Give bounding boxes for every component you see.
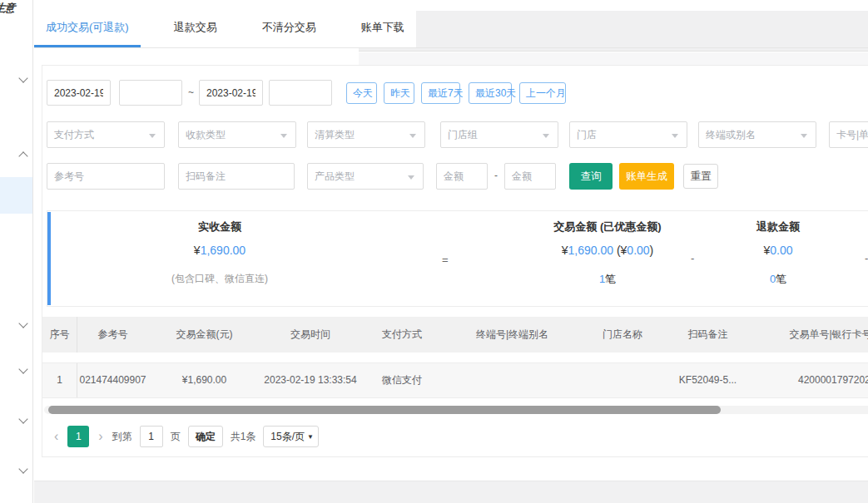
- chevron-down-icon: [149, 134, 156, 138]
- pay-method-placeholder: 支付方式: [54, 129, 94, 141]
- chevron-down-icon: [543, 134, 549, 138]
- amount-min-input[interactable]: [436, 163, 488, 190]
- terminal-select[interactable]: 终端或别名: [698, 121, 816, 148]
- refund-count-unit: 笔: [776, 273, 786, 285]
- collect-type-placeholder: 收款类型: [186, 129, 226, 141]
- horizontal-scrollbar-thumb[interactable]: [48, 406, 721, 414]
- current-page-button[interactable]: 1: [67, 426, 89, 447]
- store-select[interactable]: 门店: [569, 121, 687, 148]
- store-group-select[interactable]: 门店组: [440, 121, 558, 148]
- cell-ref-no: 021474409907: [77, 363, 148, 397]
- quick-last30-button[interactable]: 最近30天: [469, 82, 512, 104]
- search-button[interactable]: 查询: [569, 163, 613, 190]
- chevron-down-icon[interactable]: [19, 320, 28, 329]
- received-value: ¥1,690.00: [95, 244, 345, 265]
- card-no-input[interactable]: [829, 121, 868, 148]
- trade-label: 交易金额 (已优惠金额): [483, 219, 732, 238]
- header-amount: 交易金额(元): [148, 317, 260, 353]
- generate-bill-button[interactable]: 账单生成: [619, 163, 674, 190]
- pay-method-select[interactable]: 支付方式: [47, 121, 165, 148]
- summary-trade: 交易金额 (已优惠金额) ¥1,690.00 (¥0.00) 1笔: [483, 211, 732, 287]
- end-time-input[interactable]: [269, 80, 332, 106]
- quick-last7-button[interactable]: 最近7天: [421, 82, 460, 104]
- header-trade-no: 交易单号|银行卡号: [751, 317, 868, 353]
- total-count-label: 共1条: [231, 430, 256, 444]
- confirm-page-button[interactable]: 确定: [188, 426, 223, 447]
- table-row[interactable]: 1 021474409907 ¥1,690.00 2023-02-19 13:3…: [42, 362, 868, 398]
- discount-open: (¥: [617, 244, 627, 257]
- summary-refund: 退款金额 ¥0.00 0笔: [703, 211, 853, 287]
- discount-amount: 0.00: [627, 244, 649, 257]
- discount-close: ): [650, 244, 654, 257]
- pagination: ‹ 1 › 到第 页 确定 共1条 15条/页▼: [52, 426, 319, 447]
- currency-symbol: ¥: [194, 244, 201, 257]
- quick-today-button[interactable]: 今天: [346, 82, 377, 104]
- refund-count: 0笔: [703, 272, 853, 287]
- summary-received: 实收金额 ¥1,690.00 (包含口碑、微信直连): [95, 211, 345, 286]
- trade-amount: 1,690.00: [568, 244, 614, 257]
- page-size-select[interactable]: 15条/页▼: [263, 426, 319, 447]
- amount-max-input[interactable]: [504, 163, 556, 190]
- header-index: 序号: [42, 317, 77, 353]
- received-note: (包含口碑、微信直连): [95, 272, 345, 286]
- product-type-select[interactable]: 产品类型: [307, 163, 424, 190]
- store-group-placeholder: 门店组: [448, 129, 478, 141]
- chevron-down-icon[interactable]: [19, 466, 28, 475]
- chevron-down-icon: [409, 134, 416, 138]
- scan-remark-input[interactable]: [178, 163, 295, 190]
- sidebar-active-item[interactable]: [0, 177, 33, 214]
- header-ref-no: 参考号: [77, 317, 148, 353]
- query-card: ~ 今天 昨天 最近7天 最近30天 上一个月 支付方式 收款类型 清算类型 门…: [42, 65, 868, 457]
- goto-label: 到第: [112, 430, 132, 444]
- refund-label: 退款金额: [703, 219, 853, 238]
- start-date-input[interactable]: [47, 80, 111, 106]
- ref-no-input[interactable]: [47, 163, 165, 190]
- quick-yesterday-button[interactable]: 昨天: [384, 82, 414, 104]
- goto-page-unit: 页: [171, 430, 181, 444]
- prev-page-icon[interactable]: ‹: [52, 426, 60, 447]
- reset-button[interactable]: 重置: [683, 164, 718, 189]
- amount-range-separator: -: [494, 170, 498, 181]
- next-page-icon[interactable]: ›: [97, 426, 104, 447]
- trade-count: 1笔: [483, 272, 732, 287]
- tab-success-refundable[interactable]: 成功交易(可退款): [34, 10, 141, 47]
- chevron-down-icon: [801, 134, 807, 138]
- tab-refund[interactable]: 退款交易: [162, 10, 229, 47]
- chevron-down-icon: ▼: [307, 427, 314, 448]
- cell-scan-remark: KF52049-5...: [664, 363, 751, 397]
- header-pay-method: 支付方式: [360, 317, 444, 353]
- trade-count-unit: 笔: [605, 273, 616, 285]
- store-placeholder: 门店: [577, 129, 597, 141]
- currency-symbol: ¥: [562, 244, 568, 257]
- page-footer: [34, 481, 868, 503]
- chevron-down-icon[interactable]: [19, 416, 28, 425]
- cell-terminal: [444, 363, 581, 397]
- end-date-input[interactable]: [199, 80, 263, 106]
- tab-bill-download[interactable]: 账单下载: [350, 10, 416, 47]
- chevron-down-icon[interactable]: [19, 366, 28, 375]
- collect-type-select[interactable]: 收款类型: [178, 121, 296, 148]
- header-store: 门店名称: [581, 317, 664, 353]
- header-time: 交易时间: [260, 317, 360, 353]
- chevron-down-icon: [408, 175, 414, 180]
- logo: 生意: [0, 1, 15, 16]
- summary-panel: 实收金额 ¥1,690.00 (包含口碑、微信直连) = 交易金额 (已优惠金额…: [47, 210, 868, 307]
- cell-time: 2023-02-19 13:33:54: [260, 363, 360, 397]
- cell-store: [581, 363, 664, 397]
- chevron-down-icon: [672, 134, 678, 138]
- date-range-separator: ~: [188, 86, 194, 98]
- refund-amount: 0.00: [770, 244, 792, 257]
- start-time-input[interactable]: [119, 80, 182, 106]
- horizontal-scrollbar-track[interactable]: [44, 406, 868, 414]
- main-area: 成功交易(可退款) 退款交易 不清分交易 账单下载 ~ 今天 昨天 最近7天 最…: [34, 0, 868, 503]
- settle-type-select[interactable]: 清算类型: [307, 121, 425, 148]
- chevron-down-icon[interactable]: [19, 75, 28, 84]
- chevron-up-icon[interactable]: [19, 150, 28, 159]
- quick-lastmonth-button[interactable]: 上一个月: [519, 82, 566, 104]
- refund-value: ¥0.00: [703, 244, 853, 265]
- tab-unsettled[interactable]: 不清分交易: [250, 10, 328, 47]
- cell-index: 1: [42, 363, 77, 397]
- goto-page-input[interactable]: [140, 426, 163, 447]
- cell-amount: ¥1,690.00: [148, 363, 260, 397]
- equals-sign: =: [442, 254, 449, 266]
